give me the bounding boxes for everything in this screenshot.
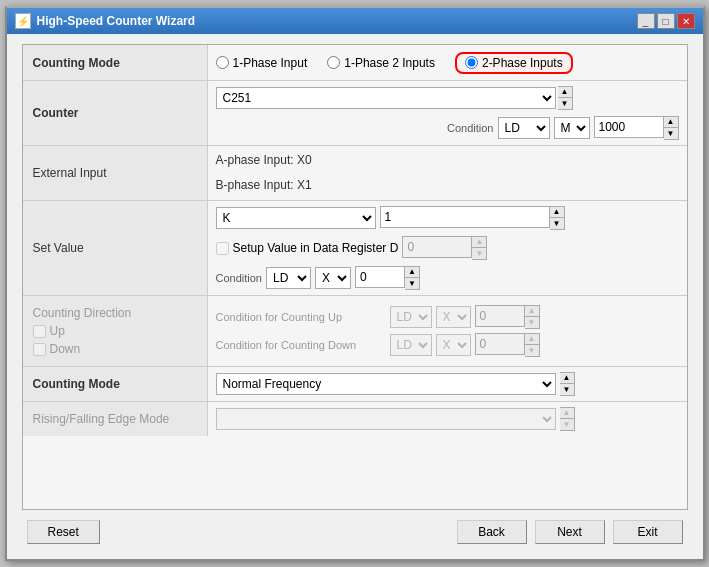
- external-input-row: External Input A-phase Input: X0 B-phase…: [23, 146, 687, 201]
- count-dir-up-label: Up: [50, 324, 65, 338]
- freq-mode-row: Counting Mode Normal Frequency 1x 2x 4x …: [23, 367, 687, 402]
- phase-1-option[interactable]: 1-Phase Input: [216, 56, 308, 70]
- freq-mode-spin-up[interactable]: ▲: [560, 373, 574, 384]
- count-dir-title: Counting Direction: [33, 306, 132, 320]
- next-button[interactable]: Next: [535, 520, 605, 544]
- counter-select-row: C251 ▲ ▼: [216, 86, 573, 110]
- count-up-cond-row: Condition for Counting Up LD X ▲: [216, 305, 679, 329]
- counter-cond-spin-btns: ▲ ▼: [664, 116, 679, 140]
- count-down-type[interactable]: X: [436, 334, 471, 356]
- sv-cond-op[interactable]: LDLDI: [266, 267, 311, 289]
- counting-mode-row: Counting Mode 1-Phase Input 1-Phase 2 In…: [23, 45, 687, 81]
- count-dir-up-checkbox[interactable]: [33, 325, 46, 338]
- count-up-value[interactable]: [475, 305, 525, 327]
- rising-falling-spin-down[interactable]: ▼: [560, 419, 574, 430]
- sv-value-input[interactable]: [380, 206, 550, 228]
- count-up-cond-label: Condition for Counting Up: [216, 311, 386, 323]
- counter-spin-up[interactable]: ▲: [558, 87, 572, 98]
- rising-falling-row: Rising/Falling Edge Mode ▲ ▼: [23, 402, 687, 436]
- counter-cond-value[interactable]: [594, 116, 664, 138]
- sv-cond-spin-up[interactable]: ▲: [405, 267, 419, 278]
- sv-spin-up[interactable]: ▲: [550, 207, 564, 218]
- sv-cond-type[interactable]: XMY: [315, 267, 351, 289]
- sv-register-value[interactable]: [402, 236, 472, 258]
- sv-reg-spin-down[interactable]: ▼: [472, 248, 486, 259]
- rising-falling-spin: ▲ ▼: [560, 407, 575, 431]
- count-dir-value-cell: Condition for Counting Up LD X ▲: [208, 296, 687, 366]
- set-value-row: Set Value KHD ▲ ▼: [23, 201, 687, 296]
- sv-cond-value[interactable]: [355, 266, 405, 288]
- back-button[interactable]: Back: [457, 520, 527, 544]
- set-value-value-cell: KHD ▲ ▼ Setup Value in Data Register: [208, 201, 687, 295]
- sv-cond-spin-btns: ▲ ▼: [405, 266, 420, 290]
- phase-1-label: 1-Phase Input: [233, 56, 308, 70]
- sv-register-label: Setup Value in Data Register D: [233, 241, 399, 255]
- ext-line1: A-phase Input: X0: [216, 151, 312, 170]
- count-down-spin-down[interactable]: ▼: [525, 345, 539, 356]
- phase-3-label: 2-Phase Inputs: [482, 56, 563, 70]
- count-dir-down-checkbox[interactable]: [33, 343, 46, 356]
- counting-direction-outer-row: Counting Direction Up Down: [23, 296, 687, 367]
- sv-reg-spin-up[interactable]: ▲: [472, 237, 486, 248]
- sv-cond-spin-group: ▲ ▼: [355, 266, 420, 290]
- count-up-op[interactable]: LD: [390, 306, 432, 328]
- sv-type-select[interactable]: KHD: [216, 207, 376, 229]
- phase-3-radio[interactable]: [465, 56, 478, 69]
- count-up-spin-btns: ▲ ▼: [525, 305, 540, 329]
- freq-mode-select[interactable]: Normal Frequency 1x 2x 4x: [216, 373, 556, 395]
- count-down-spin-up[interactable]: ▲: [525, 334, 539, 345]
- rising-falling-select[interactable]: [216, 408, 556, 430]
- phase-2-option[interactable]: 1-Phase 2 Inputs: [327, 56, 435, 70]
- freq-mode-spin-down[interactable]: ▼: [560, 384, 574, 395]
- freq-mode-label: Counting Mode: [23, 367, 208, 401]
- count-down-spin-group: ▲ ▼: [475, 333, 540, 357]
- exit-button[interactable]: Exit: [613, 520, 683, 544]
- counter-label: Counter: [23, 81, 208, 145]
- close-button[interactable]: ✕: [677, 13, 695, 29]
- minimize-button[interactable]: _: [637, 13, 655, 29]
- count-up-spin-group: ▲ ▼: [475, 305, 540, 329]
- maximize-button[interactable]: □: [657, 13, 675, 29]
- counting-mode-value-cell: 1-Phase Input 1-Phase 2 Inputs 2-Phase I…: [208, 45, 687, 80]
- count-down-value[interactable]: [475, 333, 525, 355]
- sv-reg-spin-btns: ▲ ▼: [472, 236, 487, 260]
- count-cond-col: Condition for Counting Up LD X ▲: [216, 301, 679, 361]
- counter-cond-spin-down[interactable]: ▼: [664, 128, 678, 139]
- sv-row3: Condition LDLDI XMY ▲ ▼: [216, 266, 420, 290]
- sv-register-checkbox[interactable]: [216, 242, 229, 255]
- set-value-label: Set Value: [23, 201, 208, 295]
- main-window: ⚡ High-Speed Counter Wizard _ □ ✕ Counti…: [5, 6, 705, 561]
- counter-spin-down[interactable]: ▼: [558, 98, 572, 109]
- condition-label: Condition: [447, 122, 493, 134]
- counter-select[interactable]: C251: [216, 87, 556, 109]
- count-down-op[interactable]: LD: [390, 334, 432, 356]
- phase-1-radio[interactable]: [216, 56, 229, 69]
- count-up-spin-down[interactable]: ▼: [525, 317, 539, 328]
- count-up-spin-up[interactable]: ▲: [525, 306, 539, 317]
- phase-2-radio[interactable]: [327, 56, 340, 69]
- sv-spin-down[interactable]: ▼: [550, 218, 564, 229]
- count-down-cond-row: Condition for Counting Down LD X ▲: [216, 333, 679, 357]
- title-controls: _ □ ✕: [637, 13, 695, 29]
- external-input-value-cell: A-phase Input: X0 B-phase Input: X1: [208, 146, 687, 200]
- counter-value-cell: C251 ▲ ▼ Condition LDLDIAND MXY: [208, 81, 687, 145]
- freq-mode-spin: ▲ ▼: [560, 372, 575, 396]
- reset-button[interactable]: Reset: [27, 520, 100, 544]
- counter-cond-type[interactable]: MXY: [554, 117, 590, 139]
- window-title: High-Speed Counter Wizard: [37, 14, 196, 28]
- freq-mode-value-cell: Normal Frequency 1x 2x 4x ▲ ▼: [208, 367, 687, 401]
- window-icon: ⚡: [15, 13, 31, 29]
- sv-reg-spin-group: ▲ ▼: [402, 236, 487, 260]
- button-bar: Reset Back Next Exit: [22, 510, 688, 549]
- rising-falling-spin-up[interactable]: ▲: [560, 408, 574, 419]
- sv-cond-spin-down[interactable]: ▼: [405, 278, 419, 289]
- phase-3-option[interactable]: 2-Phase Inputs: [455, 52, 573, 74]
- title-bar-left: ⚡ High-Speed Counter Wizard: [15, 13, 196, 29]
- count-down-spin-btns: ▲ ▼: [525, 333, 540, 357]
- count-dir-up-item: Up: [33, 324, 132, 338]
- count-up-type[interactable]: X: [436, 306, 471, 328]
- counter-cond-spin-up[interactable]: ▲: [664, 117, 678, 128]
- count-down-cond-label: Condition for Counting Down: [216, 339, 386, 351]
- counter-cond-op[interactable]: LDLDIAND: [498, 117, 550, 139]
- rising-falling-label: Rising/Falling Edge Mode: [23, 402, 208, 436]
